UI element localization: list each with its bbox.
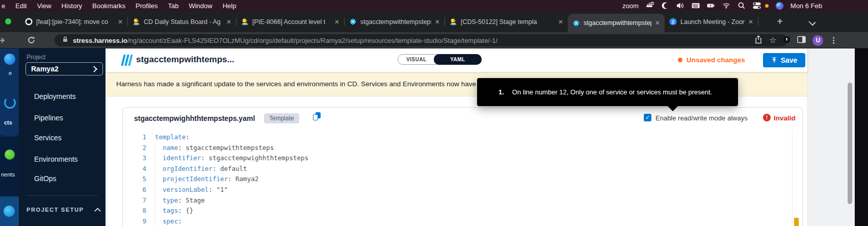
project-selector[interactable]: Ramya2 — [25, 62, 103, 76]
yaml-colon: : — [178, 143, 182, 154]
menubar-item-partial[interactable]: e — [2, 2, 5, 10]
save-button[interactable]: Save — [763, 53, 805, 67]
tab-search-chevron-icon[interactable] — [808, 18, 816, 26]
code-line[interactable]: 8 tags: {} — [123, 206, 790, 216]
browser-menu-icon[interactable]: ⋮ — [830, 36, 837, 45]
menubar-clock[interactable]: Mon 6 Feb — [791, 2, 822, 10]
docker-whale-icon[interactable] — [646, 2, 654, 10]
code-line[interactable]: 9 spec: — [123, 216, 790, 226]
address-bar[interactable]: stress.harness.io/ng/account/zEaak-FLS42… — [55, 34, 787, 46]
menubar-item-tab[interactable]: Tab — [168, 2, 178, 10]
close-icon[interactable] — [226, 18, 231, 26]
zoom-icon: Z — [669, 18, 677, 26]
reload-icon[interactable] — [27, 36, 36, 46]
share-icon[interactable] — [754, 35, 762, 46]
invalid-status[interactable]: Invalid — [774, 114, 796, 122]
overview-ruler-border — [792, 130, 793, 226]
code-line[interactable]: 7 type: Stage — [123, 195, 790, 206]
close-icon[interactable] — [558, 18, 563, 26]
code-line[interactable]: 6 versionLabel: "1" — [123, 185, 790, 195]
tab-harness-template-active[interactable]: stgacctempwithtempsteps — [568, 14, 665, 32]
yaml-value: stgacctempwighhthtempsteps — [205, 153, 308, 164]
url-path: /ng/account/zEaak-FLS425IEO7OLzMUg/cd/or… — [127, 37, 497, 44]
page-title: stgacctempwithtemps... — [136, 55, 234, 65]
zoom-app-menu[interactable]: zoom — [622, 2, 639, 10]
extension-icon[interactable] — [783, 36, 791, 45]
sidebar-item-pipelines[interactable]: Pipelines — [34, 114, 63, 122]
unsaved-dot-icon — [678, 58, 682, 62]
code-line[interactable]: 4 orgIdentifier: default — [123, 164, 790, 174]
tab-pie-8066[interactable]: [PIE-8066] Account level t — [236, 11, 344, 32]
battery-charging-icon[interactable] — [707, 2, 715, 10]
menubar-item-profiles[interactable]: Profiles — [136, 2, 157, 10]
yaml-code[interactable]: 1template: 2 name: stgacctempwithtempste… — [123, 132, 790, 226]
spotlight-search-icon[interactable] — [738, 2, 746, 10]
tab-cd-status-board[interactable]: CD Daily Status Board - Ag — [128, 11, 236, 32]
side-panel-icon[interactable] — [797, 36, 806, 45]
yaml-key: orgIdentifier — [155, 164, 213, 174]
close-icon[interactable] — [118, 18, 123, 26]
project-sidebar: Project Ramya2 Deployments Pipelines Ser… — [19, 48, 106, 226]
tooltip-error-number: 1. — [498, 88, 504, 96]
tab-title: CD Daily Status Board - Ag — [144, 18, 223, 26]
crescent-icon[interactable] — [661, 2, 669, 10]
bookmark-star-icon[interactable]: ☆ — [769, 36, 776, 44]
sidebar-item-gitops[interactable]: GitOps — [34, 174, 57, 183]
yaml-key: projectIdentifier — [155, 174, 228, 185]
rail-mid-section — [0, 135, 19, 196]
sidebar-item-services[interactable]: Services — [34, 134, 62, 142]
yaml-value: "1" — [213, 185, 228, 195]
code-line[interactable]: 1template: — [123, 132, 790, 143]
menubar-item-history[interactable]: History — [62, 2, 82, 10]
menubar-item-window[interactable]: Window — [189, 2, 212, 10]
projects-module-icon[interactable] — [4, 97, 16, 109]
readwrite-checkbox[interactable] — [644, 114, 651, 121]
code-line[interactable]: 3 identifier: stgacctempwighhthtempsteps — [123, 153, 790, 164]
close-icon[interactable] — [655, 19, 660, 27]
close-icon[interactable] — [748, 18, 753, 26]
code-line[interactable]: 2 name: stgacctempwithtempsteps — [123, 143, 790, 154]
tab-harness-template-1[interactable]: stgacctempwithtempsteps — [345, 11, 444, 32]
menubar-item-edit[interactable]: Edit — [15, 2, 27, 10]
sidebar-item-deployments[interactable]: Deployments — [34, 92, 76, 101]
window-control-green[interactable] — [5, 18, 11, 24]
tab-github-pr[interactable]: [feat]:[pie-7340]: move co — [20, 11, 127, 32]
profile-avatar[interactable]: U — [812, 35, 823, 46]
tab-zoom-meeting[interactable]: Z Launch Meeting - Zoom — [665, 11, 758, 32]
sidebar-divider — [27, 195, 98, 196]
sidebar-section-project-setup[interactable]: PROJECT SETUP — [27, 207, 84, 213]
builds-module-icon[interactable] — [4, 206, 15, 217]
siri-icon[interactable] — [776, 2, 783, 10]
yaml-colon: : — [228, 174, 232, 185]
line-number: 2 — [123, 143, 146, 154]
yaml-key: identifier — [155, 153, 201, 164]
page-scrollbar[interactable] — [848, 83, 852, 204]
control-center-icon[interactable] — [753, 2, 761, 10]
rail-label-fragment-home: e — [9, 70, 12, 76]
harness-template-icon — [122, 55, 133, 66]
tab-cds-50122[interactable]: [CDS-50122] Stage templa — [445, 11, 568, 32]
visual-yaml-toggle[interactable]: VISUAL YAML — [398, 54, 482, 65]
forward-icon[interactable] — [0, 36, 6, 46]
menubar-item-view[interactable]: View — [37, 2, 51, 10]
line-number: 3 — [123, 153, 146, 164]
volume-icon[interactable] — [676, 2, 685, 10]
yaml-key: spec — [155, 216, 178, 226]
copy-icon[interactable] — [313, 112, 322, 121]
new-tab-button[interactable]: + — [774, 15, 786, 28]
wifi-icon[interactable] — [722, 2, 730, 10]
duck-icon — [241, 18, 249, 26]
toggle-visual[interactable]: VISUAL — [398, 55, 435, 64]
toggle-yaml[interactable]: YAML — [434, 54, 482, 65]
menubar-item-help[interactable]: Help — [223, 2, 236, 10]
close-icon[interactable] — [435, 18, 440, 26]
close-icon[interactable] — [334, 18, 339, 26]
lock-icon[interactable] — [62, 36, 69, 45]
menubar-item-bookmarks[interactable]: Bookmarks — [92, 2, 125, 10]
keyboard-icon[interactable] — [692, 2, 700, 10]
home-module-icon[interactable] — [4, 54, 15, 65]
code-line[interactable]: 5 projectIdentifier: Ramya2 — [123, 174, 790, 185]
deployments-module-icon[interactable] — [5, 149, 15, 160]
project-label: Project — [27, 54, 45, 61]
sidebar-item-environments[interactable]: Environments — [34, 155, 78, 163]
